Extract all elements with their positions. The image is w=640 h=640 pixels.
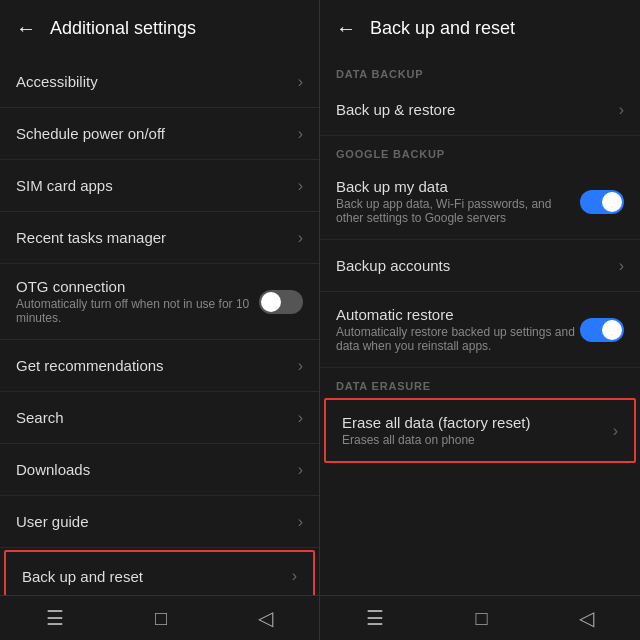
item-content-downloads: Downloads: [16, 461, 298, 478]
item-label-downloads: Downloads: [16, 461, 298, 478]
left-item-backup-reset[interactable]: Back up and reset›: [4, 550, 315, 595]
right-item-content-backup-accounts: Backup accounts: [336, 257, 619, 274]
item-content-sim-card-apps: SIM card apps: [16, 177, 298, 194]
item-label-user-guide: User guide: [16, 513, 298, 530]
left-item-search[interactable]: Search›: [0, 392, 319, 444]
left-nav-menu-icon[interactable]: ☰: [46, 606, 64, 630]
right-item-content-backup-my-data: Back up my dataBack up app data, Wi-Fi p…: [336, 178, 580, 225]
right-chevron-icon-backup-restore: ›: [619, 101, 624, 119]
item-label-search: Search: [16, 409, 298, 426]
item-content-get-recommendations: Get recommendations: [16, 357, 298, 374]
left-back-arrow[interactable]: ←: [16, 17, 36, 40]
right-header: ← Back up and reset: [320, 0, 640, 56]
item-label-get-recommendations: Get recommendations: [16, 357, 298, 374]
left-item-accessibility[interactable]: Accessibility›: [0, 56, 319, 108]
right-item-label-backup-restore: Back up & restore: [336, 101, 619, 118]
item-label-schedule-power: Schedule power on/off: [16, 125, 298, 142]
chevron-icon-get-recommendations: ›: [298, 357, 303, 375]
item-label-otg-connection: OTG connection: [16, 278, 259, 295]
chevron-icon-recent-tasks: ›: [298, 229, 303, 247]
item-content-recent-tasks: Recent tasks manager: [16, 229, 298, 246]
right-item-label-automatic-restore: Automatic restore: [336, 306, 580, 323]
chevron-icon-downloads: ›: [298, 461, 303, 479]
item-content-otg-connection: OTG connectionAutomatically turn off whe…: [16, 278, 259, 325]
chevron-icon-search: ›: [298, 409, 303, 427]
left-header: ← Additional settings: [0, 0, 319, 56]
item-label-recent-tasks: Recent tasks manager: [16, 229, 298, 246]
right-item-backup-my-data[interactable]: Back up my dataBack up app data, Wi-Fi p…: [320, 164, 640, 240]
right-item-sublabel-backup-my-data: Back up app data, Wi-Fi passwords, and o…: [336, 197, 580, 225]
right-item-automatic-restore[interactable]: Automatic restoreAutomatically restore b…: [320, 292, 640, 368]
right-toggle-backup-my-data[interactable]: [580, 190, 624, 214]
item-label-accessibility: Accessibility: [16, 73, 298, 90]
left-title: Additional settings: [50, 18, 196, 39]
section-header-google-backup: GOOGLE BACKUP: [320, 136, 640, 164]
left-item-sim-card-apps[interactable]: SIM card apps›: [0, 160, 319, 212]
right-nav-home-icon[interactable]: □: [475, 607, 487, 630]
chevron-icon-accessibility: ›: [298, 73, 303, 91]
right-chevron-icon-backup-accounts: ›: [619, 257, 624, 275]
right-item-label-backup-my-data: Back up my data: [336, 178, 580, 195]
left-item-recent-tasks[interactable]: Recent tasks manager›: [0, 212, 319, 264]
toggle-otg-connection[interactable]: [259, 290, 303, 314]
right-item-erase-all-data[interactable]: Erase all data (factory reset)Erases all…: [324, 398, 636, 463]
right-nav-back-icon[interactable]: ◁: [579, 606, 594, 630]
left-item-otg-connection[interactable]: OTG connectionAutomatically turn off whe…: [0, 264, 319, 340]
right-item-backup-restore[interactable]: Back up & restore›: [320, 84, 640, 136]
item-label-sim-card-apps: SIM card apps: [16, 177, 298, 194]
right-item-sublabel-automatic-restore: Automatically restore backed up settings…: [336, 325, 580, 353]
right-settings-list: DATA BACKUPBack up & restore›GOOGLE BACK…: [320, 56, 640, 595]
item-content-accessibility: Accessibility: [16, 73, 298, 90]
section-header-data-backup: DATA BACKUP: [320, 56, 640, 84]
left-item-downloads[interactable]: Downloads›: [0, 444, 319, 496]
right-item-content-erase-all-data: Erase all data (factory reset)Erases all…: [342, 414, 613, 447]
left-settings-list: Accessibility›Schedule power on/off›SIM …: [0, 56, 319, 595]
left-nav-home-icon[interactable]: □: [155, 607, 167, 630]
section-header-data-erasure: DATA ERASURE: [320, 368, 640, 396]
right-item-backup-accounts[interactable]: Backup accounts›: [320, 240, 640, 292]
right-nav-menu-icon[interactable]: ☰: [366, 606, 384, 630]
right-item-label-backup-accounts: Backup accounts: [336, 257, 619, 274]
item-content-backup-reset: Back up and reset: [22, 568, 292, 585]
right-item-sublabel-erase-all-data: Erases all data on phone: [342, 433, 613, 447]
left-nav-back-icon[interactable]: ◁: [258, 606, 273, 630]
item-content-user-guide: User guide: [16, 513, 298, 530]
right-item-content-automatic-restore: Automatic restoreAutomatically restore b…: [336, 306, 580, 353]
left-item-get-recommendations[interactable]: Get recommendations›: [0, 340, 319, 392]
right-item-label-erase-all-data: Erase all data (factory reset): [342, 414, 613, 431]
right-chevron-icon-erase-all-data: ›: [613, 422, 618, 440]
left-nav-bar: ☰ □ ◁: [0, 595, 319, 640]
left-panel: ← Additional settings Accessibility›Sche…: [0, 0, 320, 640]
item-label-backup-reset: Back up and reset: [22, 568, 292, 585]
right-nav-bar: ☰ □ ◁: [320, 595, 640, 640]
right-toggle-automatic-restore[interactable]: [580, 318, 624, 342]
chevron-icon-schedule-power: ›: [298, 125, 303, 143]
chevron-icon-backup-reset: ›: [292, 567, 297, 585]
item-content-search: Search: [16, 409, 298, 426]
right-back-arrow[interactable]: ←: [336, 17, 356, 40]
chevron-icon-sim-card-apps: ›: [298, 177, 303, 195]
item-content-schedule-power: Schedule power on/off: [16, 125, 298, 142]
right-item-content-backup-restore: Back up & restore: [336, 101, 619, 118]
left-item-schedule-power[interactable]: Schedule power on/off›: [0, 108, 319, 160]
right-panel: ← Back up and reset DATA BACKUPBack up &…: [320, 0, 640, 640]
chevron-icon-user-guide: ›: [298, 513, 303, 531]
right-title: Back up and reset: [370, 18, 515, 39]
item-sublabel-otg-connection: Automatically turn off when not in use f…: [16, 297, 259, 325]
left-item-user-guide[interactable]: User guide›: [0, 496, 319, 548]
